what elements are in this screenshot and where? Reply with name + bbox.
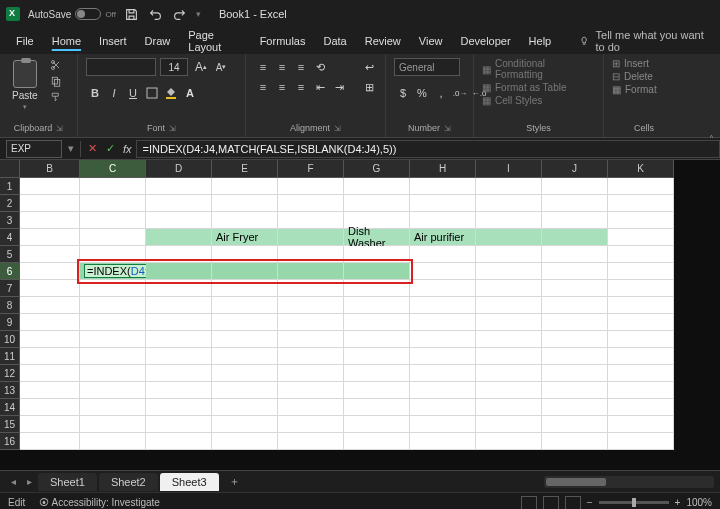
cell-H16[interactable]: [410, 433, 476, 450]
redo-icon[interactable]: [172, 6, 188, 22]
cell-K3[interactable]: [608, 212, 674, 229]
cell-J9[interactable]: [542, 314, 608, 331]
cell-E15[interactable]: [212, 416, 278, 433]
wrap-text-icon[interactable]: ↩: [358, 58, 380, 76]
cell-C12[interactable]: [80, 365, 146, 382]
cell-J6[interactable]: [542, 263, 608, 280]
number-format-select[interactable]: General: [394, 58, 460, 76]
cell-J8[interactable]: [542, 297, 608, 314]
row-header-9[interactable]: 9: [0, 314, 20, 331]
cell-E2[interactable]: [212, 195, 278, 212]
cell-B6[interactable]: [20, 263, 80, 280]
zoom-slider-thumb[interactable]: [632, 498, 636, 507]
cell-B8[interactable]: [20, 297, 80, 314]
cell-H14[interactable]: [410, 399, 476, 416]
zoom-slider[interactable]: [599, 501, 669, 504]
cell-E11[interactable]: [212, 348, 278, 365]
name-box[interactable]: EXP: [6, 140, 62, 158]
format-as-table-button[interactable]: ▦Format as Table: [482, 82, 567, 93]
cell-J14[interactable]: [542, 399, 608, 416]
cell-styles-button[interactable]: ▦Cell Styles: [482, 95, 542, 106]
row-header-3[interactable]: 3: [0, 212, 20, 229]
col-header-H[interactable]: H: [410, 160, 476, 178]
currency-icon[interactable]: $: [394, 84, 412, 102]
cell-D4[interactable]: [146, 229, 212, 246]
indent-decrease-icon[interactable]: ⇤: [311, 78, 329, 96]
row-header-4[interactable]: 4: [0, 229, 20, 246]
align-left-icon[interactable]: ≡: [254, 78, 272, 96]
page-break-view-icon[interactable]: [565, 496, 581, 510]
normal-view-icon[interactable]: [521, 496, 537, 510]
cell-G7[interactable]: [344, 280, 410, 297]
cell-E10[interactable]: [212, 331, 278, 348]
col-header-E[interactable]: E: [212, 160, 278, 178]
clipboard-launcher-icon[interactable]: ⇲: [56, 124, 63, 133]
cell-D14[interactable]: [146, 399, 212, 416]
cell-K11[interactable]: [608, 348, 674, 365]
row-header-11[interactable]: 11: [0, 348, 20, 365]
cell-I2[interactable]: [476, 195, 542, 212]
col-header-C[interactable]: C: [80, 160, 146, 178]
cell-G5[interactable]: [344, 246, 410, 263]
number-launcher-icon[interactable]: ⇲: [444, 124, 451, 133]
sheet-tab-2[interactable]: Sheet2: [99, 473, 158, 491]
tab-page-layout[interactable]: Page Layout: [180, 25, 249, 57]
cell-D12[interactable]: [146, 365, 212, 382]
cell-B12[interactable]: [20, 365, 80, 382]
cell-G15[interactable]: [344, 416, 410, 433]
col-header-F[interactable]: F: [278, 160, 344, 178]
cell-J15[interactable]: [542, 416, 608, 433]
cell-C1[interactable]: [80, 178, 146, 195]
cell-E1[interactable]: [212, 178, 278, 195]
cell-B16[interactable]: [20, 433, 80, 450]
enter-formula-icon[interactable]: ✓: [101, 142, 119, 155]
cell-E3[interactable]: [212, 212, 278, 229]
alignment-launcher-icon[interactable]: ⇲: [334, 124, 341, 133]
tab-file[interactable]: File: [8, 31, 42, 51]
format-cells-button[interactable]: ▦Format: [612, 84, 657, 95]
zoom-out-icon[interactable]: −: [587, 497, 593, 508]
formula-input[interactable]: =INDEX(D4:J4,MATCH(FALSE,ISBLANK(D4:J4),…: [136, 140, 720, 158]
autosave-switch[interactable]: [75, 8, 101, 20]
row-header-14[interactable]: 14: [0, 399, 20, 416]
cell-I9[interactable]: [476, 314, 542, 331]
cell-C10[interactable]: [80, 331, 146, 348]
format-painter-icon[interactable]: [48, 90, 64, 104]
cell-F14[interactable]: [278, 399, 344, 416]
add-sheet-icon[interactable]: ＋: [221, 474, 248, 489]
merge-center-icon[interactable]: ⊞: [358, 78, 380, 96]
cell-K9[interactable]: [608, 314, 674, 331]
cell-K6[interactable]: [608, 263, 674, 280]
cell-D13[interactable]: [146, 382, 212, 399]
row-header-2[interactable]: 2: [0, 195, 20, 212]
sheet-nav-next-icon[interactable]: ▸: [22, 476, 36, 487]
row-header-1[interactable]: 1: [0, 178, 20, 195]
cell-G8[interactable]: [344, 297, 410, 314]
cell-E5[interactable]: [212, 246, 278, 263]
tab-data[interactable]: Data: [315, 31, 354, 51]
cell-K4[interactable]: [608, 229, 674, 246]
name-box-dropdown-icon[interactable]: ▾: [64, 142, 78, 155]
cell-F1[interactable]: [278, 178, 344, 195]
font-launcher-icon[interactable]: ⇲: [169, 124, 176, 133]
cell-B11[interactable]: [20, 348, 80, 365]
row-headers[interactable]: 12345678910111213141516: [0, 178, 20, 450]
cell-F5[interactable]: [278, 246, 344, 263]
cell-B9[interactable]: [20, 314, 80, 331]
cell-H9[interactable]: [410, 314, 476, 331]
cell-F4[interactable]: [278, 229, 344, 246]
cell-C5[interactable]: [80, 246, 146, 263]
font-name-select[interactable]: [86, 58, 156, 76]
cell-J10[interactable]: [542, 331, 608, 348]
insert-cells-button[interactable]: ⊞Insert: [612, 58, 649, 69]
cell-I4[interactable]: [476, 229, 542, 246]
cell-B5[interactable]: [20, 246, 80, 263]
cell-E14[interactable]: [212, 399, 278, 416]
cell-H6[interactable]: [410, 263, 476, 280]
cell-F15[interactable]: [278, 416, 344, 433]
cell-J3[interactable]: [542, 212, 608, 229]
tab-review[interactable]: Review: [357, 31, 409, 51]
zoom-in-icon[interactable]: +: [675, 497, 681, 508]
cell-I16[interactable]: [476, 433, 542, 450]
cell-K12[interactable]: [608, 365, 674, 382]
